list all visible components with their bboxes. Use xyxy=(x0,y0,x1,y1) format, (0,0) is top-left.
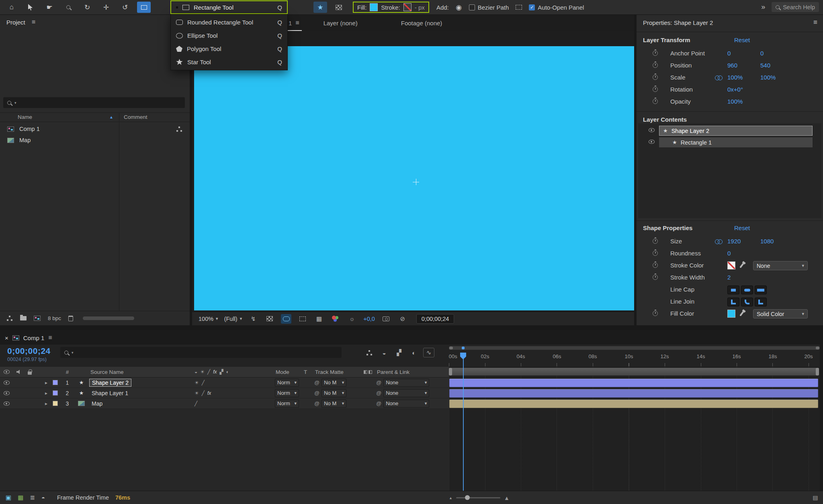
close-tab-icon[interactable]: × xyxy=(5,335,8,341)
time-navigator-bar[interactable] xyxy=(449,346,820,350)
stopwatch-icon[interactable] xyxy=(653,275,658,280)
stroke-width-value[interactable]: 2 xyxy=(727,274,731,281)
layer-visibility-toggle[interactable] xyxy=(649,140,655,144)
shape-reset-button[interactable]: Reset xyxy=(734,224,750,231)
collapse-icon[interactable]: ☀ xyxy=(194,390,199,396)
layer-switches[interactable]: ☀ ╱ xyxy=(185,380,257,386)
effects-badge[interactable]: fx xyxy=(207,390,211,396)
fast-previews-icon[interactable]: ↯ xyxy=(248,314,258,324)
tool-creates-mask-button[interactable] xyxy=(332,2,346,13)
reset-exposure-icon[interactable]: ☼ xyxy=(347,314,357,324)
stroke-color-swatch[interactable] xyxy=(727,261,735,269)
rectangle-tool-button[interactable] xyxy=(137,2,151,13)
zoom-slider-handle[interactable] xyxy=(465,495,470,500)
position-x-value[interactable]: 960 xyxy=(727,62,737,69)
fill-type-dropdown[interactable]: Solid Color ▾ xyxy=(753,309,808,318)
composition-canvas[interactable] xyxy=(194,46,634,310)
track-matte-header[interactable]: Track Matte xyxy=(311,369,362,375)
panel-icon[interactable] xyxy=(514,2,524,13)
stopwatch-icon[interactable] xyxy=(653,311,658,316)
zoom-out-mountain-icon[interactable]: ▲ xyxy=(449,496,452,500)
layer-label-chip[interactable] xyxy=(53,390,58,396)
layer-row-shape-layer-1[interactable]: ▸ 2 ★ Shape Layer 1 ☀ ╱ fx Norm▾ @No M▾ … xyxy=(0,388,449,398)
layer-duration-bar-map[interactable] xyxy=(449,400,818,408)
search-options-chevron-icon[interactable]: ▾ xyxy=(72,351,74,355)
panel-menu-icon[interactable]: ≡ xyxy=(48,334,52,341)
grid-guides-icon[interactable]: ▦ xyxy=(314,314,324,324)
quality-icon[interactable]: ╱ xyxy=(194,401,197,406)
scale-y-value[interactable]: 100% xyxy=(760,74,776,81)
switches-toggle-icon[interactable]: ≣ xyxy=(30,494,35,501)
layer-visibility-toggle[interactable] xyxy=(649,128,655,132)
eyedropper-icon[interactable] xyxy=(739,263,744,268)
composition-panel-toggle-icon[interactable]: ▣ xyxy=(6,494,11,501)
layer-visibility-toggle[interactable] xyxy=(4,381,10,385)
stopwatch-icon[interactable] xyxy=(653,63,658,68)
project-item-comp-1[interactable]: Comp 1 xyxy=(0,123,190,135)
anchor-x-value[interactable]: 0 xyxy=(727,50,731,57)
menu-item-polygon-tool[interactable]: Polygon Tool Q xyxy=(171,42,287,55)
menu-item-star-tool[interactable]: Star Tool Q xyxy=(171,55,287,69)
layer-row-shape-layer-2[interactable]: ▸ 1 ★ Shape Layer 2 ☀ ╱ Norm▾ @No M▾ @No… xyxy=(0,377,449,388)
shape-tool-dropdown-header[interactable]: Rectangle Tool Q xyxy=(170,0,288,14)
comment-column-header[interactable]: Comment xyxy=(124,114,147,120)
anchor-y-value[interactable]: 0 xyxy=(760,50,764,57)
quality-icon[interactable]: ╱ xyxy=(202,380,205,386)
line-join-miter-button[interactable] xyxy=(727,298,739,306)
effects-icon[interactable]: fx xyxy=(213,369,217,375)
layer-visibility-toggle[interactable] xyxy=(4,402,10,406)
content-item-shape-layer-2[interactable]: ★ Shape Layer 2 xyxy=(659,126,813,136)
stopwatch-icon[interactable] xyxy=(653,99,658,104)
blend-mode-dropdown[interactable]: Norm▾ xyxy=(275,400,299,408)
layer-duration-bar-shape-layer-1[interactable] xyxy=(449,389,818,398)
selection-tool-icon[interactable] xyxy=(24,2,37,13)
take-snapshot-icon[interactable] xyxy=(381,314,391,324)
layer-name[interactable]: Shape Layer 2 xyxy=(89,379,131,387)
track-matte-dropdown[interactable]: No M▾ xyxy=(321,400,346,408)
hide-shy-layers-icon[interactable]: ◒ xyxy=(379,348,390,357)
project-flowchart-icon[interactable] xyxy=(6,316,13,321)
stroke-color-swatch[interactable] xyxy=(403,3,412,11)
motion-blur-icon[interactable]: ◐ xyxy=(226,369,229,375)
opacity-value[interactable]: 100% xyxy=(727,98,743,105)
timeline-search-input[interactable]: ▾ xyxy=(60,347,342,358)
layer-name[interactable]: Map xyxy=(89,400,105,407)
show-snapshot-icon[interactable]: ⊘ xyxy=(397,314,408,324)
line-join-bevel-button[interactable] xyxy=(755,298,767,306)
graph-editor-icon[interactable]: ∿ xyxy=(423,348,434,357)
project-item-map[interactable]: Map xyxy=(0,135,190,146)
parent-dropdown[interactable]: None▾ xyxy=(383,389,429,397)
bezier-path-checkbox[interactable]: Bezier Path xyxy=(469,4,509,11)
link-dimensions-icon[interactable] xyxy=(715,239,722,243)
pan-behind-tool-icon[interactable]: ✛ xyxy=(99,2,113,13)
trash-icon[interactable] xyxy=(68,316,73,321)
expander-icon[interactable]: ▸ xyxy=(42,390,50,396)
current-time-display[interactable]: 0;00;00;24 xyxy=(7,346,51,356)
exposure-value[interactable]: +0,0 xyxy=(363,316,375,322)
matte-pickwhip-icon[interactable]: @ xyxy=(314,380,319,386)
zoom-in-mountain-icon[interactable]: ▲ xyxy=(504,495,510,501)
stroke-label[interactable]: Stroke: xyxy=(381,4,400,11)
transform-reset-button[interactable]: Reset xyxy=(734,37,750,43)
anchor-point-crosshair-icon[interactable] xyxy=(413,179,419,185)
auto-open-panel-checkbox[interactable]: ✓ Auto-Open Panel xyxy=(529,4,584,11)
layer-label-chip[interactable] xyxy=(53,380,58,385)
transparency-grid-icon[interactable] xyxy=(264,314,275,324)
tool-creates-shape-button[interactable]: ★ xyxy=(313,2,327,13)
time-ruler[interactable]: 0:00s 02s 04s 06s 08s 10s 12s 14s 16s 18… xyxy=(449,345,820,366)
matte-pickwhip-icon[interactable]: @ xyxy=(314,400,319,406)
rotation-value[interactable]: 0x+0° xyxy=(727,86,743,93)
new-folder-icon[interactable] xyxy=(20,316,27,320)
layer-switches[interactable]: ╱ xyxy=(185,401,257,406)
layer-label-chip[interactable] xyxy=(53,401,58,406)
panel-menu-icon[interactable]: ≡ xyxy=(295,19,299,27)
blend-mode-dropdown[interactable]: Norm▾ xyxy=(275,389,299,397)
project-panel-title[interactable]: Project xyxy=(6,19,25,26)
sort-arrow-icon[interactable]: ▲ xyxy=(109,115,113,119)
quality-icon[interactable]: ╱ xyxy=(202,390,205,396)
fill-color-swatch[interactable] xyxy=(727,310,735,318)
region-of-interest-icon[interactable] xyxy=(297,314,308,324)
source-name-header[interactable]: Source Name xyxy=(88,369,185,375)
mask-shape-visibility-icon[interactable] xyxy=(281,314,291,324)
parent-dropdown[interactable]: None▾ xyxy=(383,400,429,408)
